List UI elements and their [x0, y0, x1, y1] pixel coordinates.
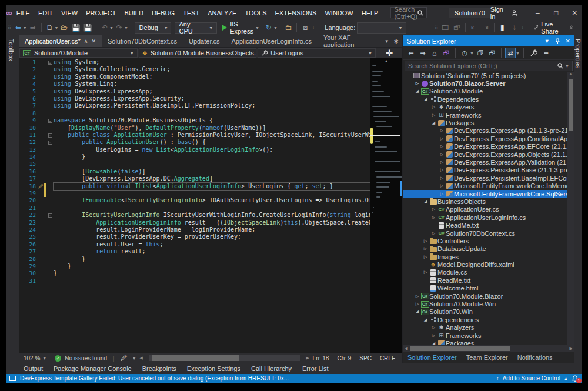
hscroll-right-arrow[interactable]: ▶ — [306, 356, 309, 360]
chevron-collapsed-icon[interactable]: ▷ — [430, 215, 437, 220]
tree-item[interactable]: ▷Module.cs — [403, 269, 574, 276]
sync-with-active-document-icon[interactable]: ⇄ — [505, 48, 516, 58]
maximize-button[interactable]: □ — [547, 5, 565, 21]
menu-item-edit[interactable]: EDIT — [34, 5, 57, 21]
project-dropdown[interactable]: C# Solution70.Module▼ — [19, 48, 138, 58]
code-line[interactable]: 20 IEnumerable<ISecurityUserLoginInfo> I… — [19, 197, 370, 204]
space-mode-indicator[interactable]: SPC — [359, 355, 372, 362]
notifications-bell[interactable]: 1 — [572, 375, 579, 382]
redo-dropdown[interactable]: ▼ — [124, 26, 128, 30]
panel-tab-output[interactable]: Output — [19, 365, 48, 372]
new-project-icon[interactable]: 🗋 — [44, 22, 55, 34]
type-dropdown[interactable]: ❖ Solution70.Module.BusinessObjects.Appl… — [139, 48, 257, 58]
chevron-collapsed-icon[interactable]: ▷ — [414, 302, 420, 306]
tree-horizontal-scrollbar[interactable]: ◀ ▶ — [403, 345, 574, 352]
code-line[interactable]: 15 — [19, 161, 370, 168]
live-share-button[interactable]: Live Share — [530, 22, 564, 34]
tree-item[interactable]: ▷Images — [403, 253, 574, 260]
toolbar-overflow-2[interactable]: ⁞ — [520, 25, 524, 31]
code-line[interactable]: 11− public class ApplicationUser : Permi… — [19, 132, 370, 139]
menu-item-help[interactable]: HELP — [358, 5, 383, 21]
menu-item-extensions[interactable]: EXTENSIONS — [271, 5, 321, 21]
tree-vertical-scrollbar[interactable]: ▲ — [567, 72, 574, 345]
code-line[interactable]: 12− public ApplicationUser() : base() { — [19, 139, 370, 146]
undo-dropdown[interactable]: ▼ — [109, 26, 113, 30]
refresh-icon[interactable]: ↻ — [263, 22, 274, 34]
code-line[interactable]: 14 } — [19, 153, 370, 161]
code-line[interactable]: 10 [DisplayName("User"), DefaultProperty… — [19, 125, 370, 132]
minimize-button[interactable]: – — [529, 5, 547, 21]
line-ending-indicator[interactable]: CRLF — [380, 355, 395, 362]
fold-margin[interactable]: − — [46, 59, 54, 66]
code-cleanup-dropdown[interactable]: ▼ — [132, 356, 136, 360]
code-line[interactable]: 21 — [19, 205, 370, 212]
fold-margin[interactable]: − — [46, 212, 54, 219]
member-dropdown[interactable]: UserLogins▼ — [258, 48, 376, 58]
document-tab[interactable]: ApplicationUser.cs*⊼✕ — [19, 35, 102, 47]
code-line[interactable]: 29 } — [19, 263, 370, 270]
tree-item[interactable]: ReadMe.txt — [403, 221, 574, 229]
chevron-expanded-icon[interactable]: ◢ — [422, 318, 429, 322]
chevron-collapsed-icon[interactable]: ▷ — [439, 176, 445, 181]
code-line[interactable]: 3using System.ComponentModel; — [19, 73, 370, 81]
home-icon[interactable]: ⌂ — [429, 48, 440, 58]
tree-item[interactable]: ▷DevExpress.Persistent.BaseImpl.EFCore (… — [403, 174, 574, 182]
tree-item[interactable]: ◢Packages — [403, 339, 574, 345]
code-line[interactable]: 31 — [19, 278, 370, 285]
code-line[interactable]: 1−using System; — [19, 59, 370, 66]
document-tab[interactable]: ApplicationUserLoginInfo.cs — [226, 35, 318, 47]
save-all-icon[interactable]: 💾 — [82, 22, 93, 34]
tree-item[interactable]: ▷C#Solution70.Module.Win — [403, 300, 574, 308]
tool-window-tab-solution-explorer[interactable]: Solution Explorer — [403, 354, 461, 361]
horizontal-scrollbar-thumb[interactable] — [152, 355, 239, 361]
tree-item[interactable]: ◢C#Solution70.Win — [403, 308, 574, 316]
hscroll-right-arrow[interactable]: ▶ — [569, 346, 574, 351]
chevron-collapsed-icon[interactable]: ▷ — [430, 105, 437, 109]
tree-item[interactable]: ▷⊞Frameworks — [403, 332, 574, 339]
chevron-collapsed-icon[interactable]: ▷ — [422, 255, 429, 259]
minimap-scrollbar[interactable]: ▲ — [370, 58, 402, 353]
wrench-icon[interactable] — [530, 49, 537, 57]
chevron-collapsed-icon[interactable]: ▷ — [439, 128, 445, 133]
open-file-icon[interactable]: 🗁 — [59, 22, 69, 34]
menu-item-build[interactable]: BUILD — [120, 5, 147, 21]
chevron-collapsed-icon[interactable]: ▷ — [430, 325, 437, 330]
panel-tab-breakpoints[interactable]: Breakpoints — [138, 365, 181, 372]
chevron-collapsed-icon[interactable]: ▷ — [439, 183, 445, 188]
code-line[interactable]: 22− ISecurityUserLoginInfo ISecurityUser… — [19, 212, 370, 219]
code-line[interactable]: 23 ApplicationUserLoginInfo result = ((I… — [19, 219, 370, 226]
tree-item[interactable]: ReadMe.txt — [403, 276, 574, 284]
se-back-icon[interactable]: ⬅ — [406, 48, 416, 58]
panel-menu-icon[interactable]: ▼ — [544, 38, 550, 44]
menu-item-analyze[interactable]: ANALYZE — [203, 5, 240, 21]
navigate-back-dropdown[interactable]: ▼ — [23, 26, 27, 30]
tree-item[interactable]: ▷DatabaseUpdate — [403, 245, 574, 253]
tree-item[interactable]: ▷DevExpress.Persistent.Base (21.1.3-pre-… — [403, 166, 574, 174]
chevron-collapsed-icon[interactable]: ▷ — [422, 246, 429, 251]
code-line[interactable]: 13 UserLogins = new List<ApplicationUser… — [19, 146, 370, 153]
code-line[interactable]: 5using DevExpress.ExpressApp; — [19, 88, 370, 95]
health-indicator[interactable]: ✓ No issues found — [52, 355, 109, 362]
menu-item-debug[interactable]: DEBUG — [148, 5, 179, 21]
add-to-source-control-button[interactable]: Add to Source Control — [503, 375, 560, 382]
preview-selected-icon[interactable]: 🗗 — [487, 48, 497, 58]
sync-dropdown[interactable]: ▼ — [516, 51, 520, 55]
chevron-collapsed-icon[interactable]: ▷ — [430, 231, 437, 236]
code-line[interactable]: 18🖉 public virtual IList<ApplicationUser… — [19, 183, 370, 190]
collapse-region-icon[interactable]: − — [48, 133, 52, 138]
panel-tab-call-hierarchy[interactable]: Call Hierarchy — [246, 365, 296, 372]
chevron-expanded-icon[interactable]: ◢ — [422, 97, 429, 102]
code-editor[interactable]: 1−using System;2using System.Collections… — [19, 58, 402, 353]
code-line[interactable]: 9−namespace Solution70.Module.BusinessOb… — [19, 117, 370, 124]
tree-hscroll-thumb[interactable] — [410, 346, 510, 351]
code-map-icon[interactable]: ⧈ — [300, 22, 310, 34]
tree-item[interactable]: ▷Microsoft.EntityFrameworkCore.InMemory … — [403, 182, 574, 189]
collapse-region-icon[interactable]: − — [48, 213, 52, 218]
code-text-area[interactable]: 1−using System;2using System.Collections… — [19, 58, 370, 353]
tree-item[interactable]: ▷DevExpress.ExpressApp.Objects (21.1.3-p… — [403, 151, 574, 158]
collapse-region-icon[interactable]: − — [48, 61, 52, 65]
panel-tab-error-list[interactable]: Error List — [298, 365, 333, 372]
tool-window-tab-notifications[interactable]: Notifications — [513, 354, 557, 361]
indent-increase-icon[interactable]: ⇥ — [480, 22, 491, 34]
tree-item[interactable]: ▷✱Analyzers — [403, 103, 574, 111]
